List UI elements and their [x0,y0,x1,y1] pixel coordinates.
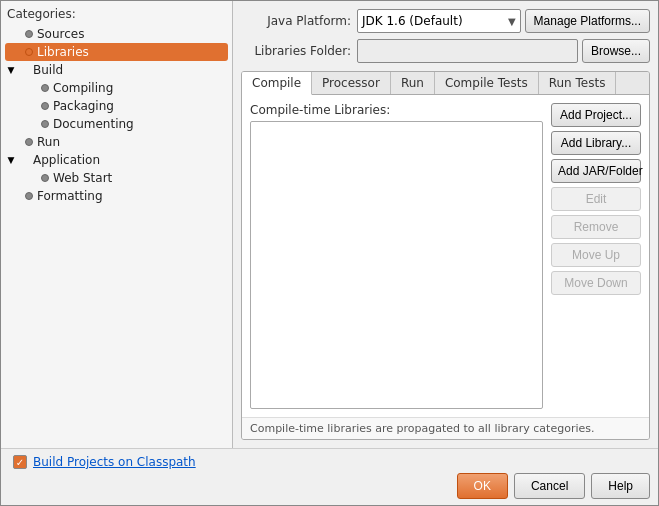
add-project-button[interactable]: Add Project... [551,103,641,127]
tabs-container: Compile Processor Run Compile Tests Run … [241,71,650,440]
platform-combo[interactable]: JDK 1.6 (Default) ▼ [357,9,521,33]
right-panel: Java Platform: JDK 1.6 (Default) ▼ Manag… [233,1,658,448]
dialog: Categories: Sources Libraries ▼ Build [0,0,659,506]
tree-item-run[interactable]: Run [5,133,228,151]
sources-icon [21,26,37,42]
manage-platforms-button[interactable]: Manage Platforms... [525,9,650,33]
remove-button[interactable]: Remove [551,215,641,239]
run-label: Run [37,135,60,149]
compile-list-label: Compile-time Libraries: [250,103,543,117]
tree-item-webstart[interactable]: Web Start [5,169,228,187]
library-list[interactable] [250,121,543,409]
platform-row: Java Platform: JDK 1.6 (Default) ▼ Manag… [241,9,650,33]
build-classpath-label[interactable]: Build Projects on Classpath [33,455,196,469]
cancel-button[interactable]: Cancel [514,473,585,499]
platform-value: JDK 1.6 (Default) [362,14,463,28]
libraries-label: Libraries [37,45,89,59]
dialog-body: Categories: Sources Libraries ▼ Build [1,1,658,448]
webstart-label: Web Start [53,171,112,185]
propagate-note: Compile-time libraries are propagated to… [242,417,649,439]
packaging-icon [37,98,53,114]
categories-panel: Categories: Sources Libraries ▼ Build [1,1,233,448]
bottom-bar: ✓ Build Projects on Classpath OK Cancel … [1,448,658,505]
dialog-buttons: OK Cancel Help [9,473,650,499]
tree-item-compiling[interactable]: Compiling [5,79,228,97]
build-classpath-checkbox[interactable]: ✓ [13,455,27,469]
application-label: Application [33,153,100,167]
edit-button[interactable]: Edit [551,187,641,211]
tab-processor[interactable]: Processor [312,72,391,94]
compile-left: Compile-time Libraries: [250,103,543,409]
tab-run-tests[interactable]: Run Tests [539,72,617,94]
checkbox-check-icon: ✓ [16,457,24,468]
categories-label: Categories: [5,7,228,21]
tab-compile[interactable]: Compile [242,72,312,95]
packaging-label: Packaging [53,99,114,113]
ok-button[interactable]: OK [457,473,508,499]
folder-row: Libraries Folder: Browse... [241,39,650,63]
documenting-icon [37,116,53,132]
formatting-icon [21,188,37,204]
webstart-icon [37,170,53,186]
build-icon [17,62,33,78]
compiling-icon [37,80,53,96]
compiling-label: Compiling [53,81,113,95]
tree-item-build[interactable]: ▼ Build [5,61,228,79]
move-down-button[interactable]: Move Down [551,271,641,295]
documenting-label: Documenting [53,117,134,131]
checkbox-row: ✓ Build Projects on Classpath [9,455,650,469]
folder-label: Libraries Folder: [241,44,351,58]
build-arrow-icon: ▼ [5,64,17,76]
tab-run[interactable]: Run [391,72,435,94]
add-jar-button[interactable]: Add JAR/Folder [551,159,641,183]
sources-label: Sources [37,27,84,41]
application-icon [17,152,33,168]
platform-label: Java Platform: [241,14,351,28]
tree-item-packaging[interactable]: Packaging [5,97,228,115]
libraries-icon [21,44,37,60]
tree-item-sources[interactable]: Sources [5,25,228,43]
compile-buttons: Add Project... Add Library... Add JAR/Fo… [551,103,641,409]
tree-item-application[interactable]: ▼ Application [5,151,228,169]
folder-input[interactable] [357,39,578,63]
add-library-button[interactable]: Add Library... [551,131,641,155]
run-icon [21,134,37,150]
application-arrow-icon: ▼ [5,154,17,166]
build-label: Build [33,63,63,77]
formatting-label: Formatting [37,189,103,203]
browse-button[interactable]: Browse... [582,39,650,63]
tab-compile-tests[interactable]: Compile Tests [435,72,539,94]
tab-content: Compile-time Libraries: Add Project... A… [242,95,649,417]
tree-item-documenting[interactable]: Documenting [5,115,228,133]
combo-arrow-icon: ▼ [508,16,516,27]
tree-item-libraries[interactable]: Libraries [5,43,228,61]
tree-item-formatting[interactable]: Formatting [5,187,228,205]
help-button[interactable]: Help [591,473,650,499]
move-up-button[interactable]: Move Up [551,243,641,267]
tab-bar: Compile Processor Run Compile Tests Run … [242,72,649,95]
